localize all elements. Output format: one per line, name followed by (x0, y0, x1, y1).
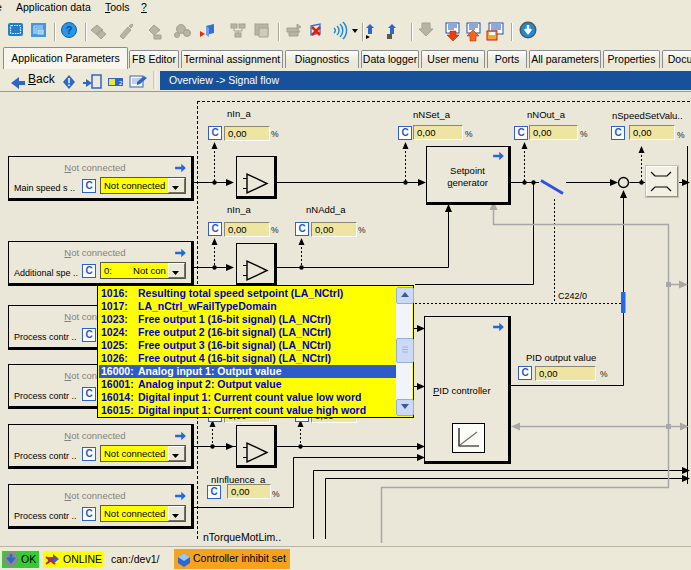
svg-text:?: ? (66, 24, 73, 36)
svg-text:C242/0: C242/0 (558, 291, 587, 301)
svg-text:!: ! (67, 77, 70, 88)
